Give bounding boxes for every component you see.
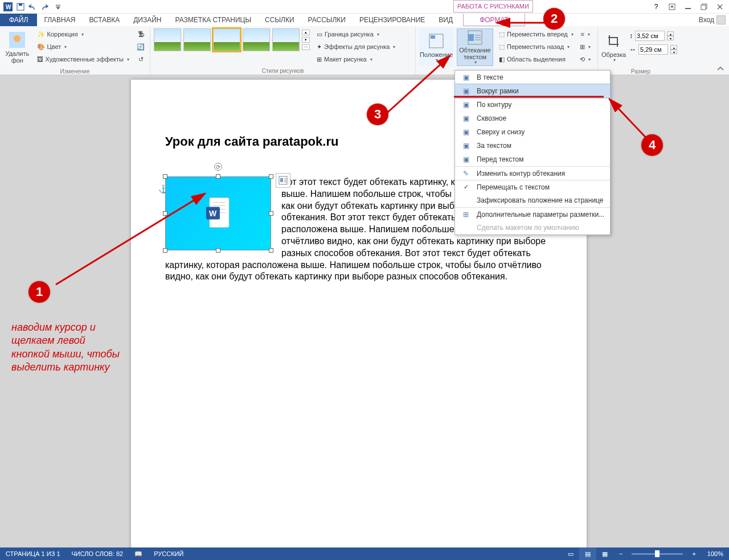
more-layout-options[interactable]: ⊞Дополнительные параметры разметки... bbox=[455, 207, 610, 221]
resize-handle[interactable] bbox=[216, 248, 220, 253]
status-word-count[interactable]: ЧИСЛО СЛОВ: 82 bbox=[66, 547, 129, 560]
redo-icon[interactable] bbox=[40, 1, 51, 13]
wrap-top-bottom[interactable]: ▣Сверху и снизу bbox=[455, 125, 610, 139]
height-input[interactable] bbox=[635, 31, 665, 41]
picture-effects-button[interactable]: ✦Эффекты для рисунка▾ bbox=[314, 41, 398, 52]
rotate-handle-icon[interactable]: ⟳ bbox=[214, 163, 222, 171]
save-icon[interactable] bbox=[15, 1, 26, 13]
tab-home[interactable]: ГЛАВНАЯ bbox=[37, 14, 82, 26]
svg-point-9 bbox=[14, 35, 21, 42]
status-proofing[interactable]: 📖 bbox=[129, 547, 148, 560]
wrap-inline[interactable]: ▣В тексте bbox=[455, 71, 610, 84]
width-input[interactable] bbox=[638, 44, 668, 55]
view-web-layout[interactable]: ▦ bbox=[596, 547, 613, 560]
chevron-down-icon: ▾ bbox=[474, 60, 477, 65]
zoom-slider[interactable] bbox=[632, 553, 683, 555]
wrap-front[interactable]: ▣Перед текстом bbox=[455, 153, 610, 166]
status-bar: СТРАНИЦА 1 ИЗ 1 ЧИСЛО СЛОВ: 82 📖 РУССКИЙ… bbox=[0, 547, 729, 560]
collapse-ribbon-icon[interactable] bbox=[716, 65, 726, 73]
view-print-layout[interactable]: ▤ bbox=[579, 547, 596, 560]
resize-handle[interactable] bbox=[216, 174, 220, 179]
sign-in[interactable]: Вход bbox=[695, 14, 729, 26]
document-area[interactable]: Урок для сайта paratapok.ru ⚓ ⟳ W bbox=[0, 75, 729, 547]
ribbon-display-icon[interactable] bbox=[665, 1, 679, 13]
tab-view[interactable]: ВИД bbox=[432, 14, 460, 26]
artistic-effects-button[interactable]: 🖼Художественные эффекты▾ bbox=[35, 53, 132, 65]
tab-format[interactable]: ФОРМАТ bbox=[463, 14, 525, 26]
resize-handle[interactable] bbox=[269, 248, 273, 253]
group-objects-button[interactable]: ⊞▾ bbox=[579, 41, 592, 52]
tab-references[interactable]: ССЫЛКИ bbox=[258, 14, 301, 26]
position-button[interactable]: Положе­ние▾ bbox=[419, 28, 453, 66]
align-button[interactable]: ≡▾ bbox=[579, 28, 592, 40]
tab-file[interactable]: ФАЙЛ bbox=[0, 14, 37, 26]
wrap-tight[interactable]: ▣По контуру bbox=[455, 98, 610, 112]
chevron-down-icon: ▾ bbox=[127, 57, 129, 62]
spinner-up-icon[interactable]: ▴ bbox=[670, 45, 677, 50]
zoom-level[interactable]: 100% bbox=[702, 547, 729, 560]
selection-pane-button[interactable]: ◧Область выделения bbox=[497, 53, 576, 65]
tab-page-layout[interactable]: РАЗМЕТКА СТРАНИЦЫ bbox=[169, 14, 259, 26]
style-thumb-3[interactable] bbox=[213, 28, 240, 51]
change-picture-button[interactable]: 🔄 bbox=[135, 41, 146, 52]
align-icon: ≡ bbox=[581, 31, 584, 38]
resize-handle[interactable] bbox=[269, 174, 273, 179]
spinner-up-icon[interactable]: ▴ bbox=[667, 31, 674, 36]
zoom-knob[interactable] bbox=[655, 550, 660, 557]
view-read-mode[interactable]: ▭ bbox=[562, 547, 579, 560]
edit-wrap-points[interactable]: ✎Изменить контур обтекания bbox=[455, 166, 610, 180]
resize-handle[interactable] bbox=[269, 211, 273, 216]
remove-background-button[interactable]: Удалить фон bbox=[3, 28, 31, 66]
send-backward-button[interactable]: ⬚Переместить назад▾ bbox=[497, 41, 576, 52]
gallery-up-icon[interactable]: ▴ bbox=[302, 30, 310, 35]
wrap-square[interactable]: ▣Вокруг рамки bbox=[455, 84, 610, 98]
wrap-through[interactable]: ▣Сквозное bbox=[455, 112, 610, 125]
close-icon[interactable] bbox=[713, 1, 727, 13]
style-thumb-1[interactable] bbox=[154, 28, 181, 51]
resize-handle[interactable] bbox=[163, 211, 167, 216]
compress-pictures-button[interactable]: 🗜 bbox=[135, 28, 146, 40]
zoom-out-button[interactable]: − bbox=[613, 547, 628, 560]
chevron-down-icon: ▾ bbox=[567, 44, 570, 50]
reset-picture-button[interactable]: ↺ bbox=[135, 53, 146, 65]
style-thumb-2[interactable] bbox=[183, 28, 211, 51]
gallery-more-icon[interactable]: ⋯ bbox=[302, 44, 310, 50]
tab-review[interactable]: РЕЦЕНЗИРОВАНИЕ bbox=[353, 14, 432, 26]
resize-handle[interactable] bbox=[163, 174, 167, 179]
status-page[interactable]: СТРАНИЦА 1 ИЗ 1 bbox=[0, 547, 66, 560]
corrections-button[interactable]: ✨Коррекция▾ bbox=[35, 28, 132, 40]
wrap-behind[interactable]: ▣За текстом bbox=[455, 139, 610, 153]
spinner-down-icon[interactable]: ▾ bbox=[670, 50, 677, 54]
qat-more-icon[interactable] bbox=[52, 1, 64, 13]
height-field[interactable]: ↕ ▴▾ bbox=[629, 31, 681, 41]
crop-button[interactable]: Обрезка▾ bbox=[601, 28, 626, 66]
picture-layout-button[interactable]: ⊞Макет рисунка▾ bbox=[314, 53, 398, 65]
style-thumb-5[interactable] bbox=[272, 28, 300, 51]
bring-forward-button[interactable]: ⬚Переместить вперед▾ bbox=[497, 28, 576, 40]
tab-mailings[interactable]: РАССЫЛКИ bbox=[301, 14, 353, 26]
width-field[interactable]: ↔ ▴▾ bbox=[629, 44, 681, 55]
color-button[interactable]: 🎨Цвет▾ bbox=[35, 41, 132, 52]
restore-icon[interactable] bbox=[697, 1, 711, 13]
send-backward-icon: ⬚ bbox=[499, 43, 505, 51]
selected-image[interactable]: ⟳ W bbox=[165, 176, 271, 250]
group-adjust: Удалить фон ✨Коррекция▾ 🎨Цвет▾ 🖼Художест… bbox=[0, 26, 150, 75]
layout-options-button[interactable] bbox=[276, 173, 290, 188]
minimize-icon[interactable] bbox=[681, 1, 695, 13]
help-icon[interactable]: ? bbox=[649, 1, 663, 13]
tab-insert[interactable]: ВСТАВКА bbox=[82, 14, 126, 26]
wrap-text-button[interactable]: Обтекание текстом▾ bbox=[457, 28, 493, 66]
rotate-button[interactable]: ⟲▾ bbox=[579, 53, 592, 65]
gallery-down-icon[interactable]: ▾ bbox=[302, 37, 310, 43]
move-with-text[interactable]: ✓Перемещать с текстом bbox=[455, 180, 610, 193]
style-thumb-4[interactable] bbox=[243, 28, 270, 51]
spinner-down-icon[interactable]: ▾ bbox=[667, 36, 674, 40]
zoom-in-button[interactable]: + bbox=[686, 547, 701, 560]
undo-icon[interactable] bbox=[27, 1, 39, 13]
tab-design[interactable]: ДИЗАЙН bbox=[126, 14, 168, 26]
picture-border-button[interactable]: ▭Граница рисунка▾ bbox=[314, 28, 398, 40]
word-icon[interactable]: W bbox=[2, 1, 14, 13]
fix-position[interactable]: Зафиксировать положение на странице bbox=[455, 193, 610, 207]
resize-handle[interactable] bbox=[163, 248, 167, 253]
status-language[interactable]: РУССКИЙ bbox=[148, 547, 189, 560]
